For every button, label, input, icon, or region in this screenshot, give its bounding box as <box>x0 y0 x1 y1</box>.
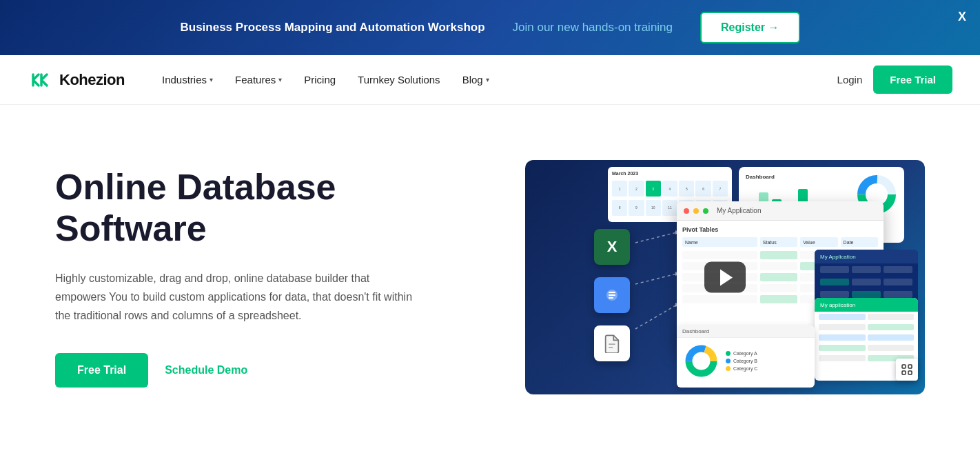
hero-left: Online Database Software Highly customiz… <box>55 167 455 387</box>
expand-icon[interactable] <box>896 359 918 381</box>
close-icon: X <box>958 10 966 23</box>
svg-line-7 <box>635 232 677 243</box>
nav-turnkey-label: Turnkey Solutions <box>358 74 440 86</box>
nav-pricing-label: Pricing <box>304 74 336 86</box>
arrow-dots-svg <box>632 222 680 339</box>
promo-banner: Business Process Mapping and Automation … <box>0 0 980 55</box>
svg-rect-19 <box>908 371 912 374</box>
nav-item-pricing[interactable]: Pricing <box>294 68 345 91</box>
hero-buttons: Free Trial Schedule Demo <box>55 353 455 388</box>
nav-features-label: Features <box>235 74 276 86</box>
svg-rect-16 <box>902 365 906 368</box>
nav-right: Login Free Trial <box>837 66 952 94</box>
schedule-demo-label: Schedule Demo <box>165 364 247 376</box>
svg-line-9 <box>635 305 677 329</box>
register-label: Register → <box>721 21 779 34</box>
hero-title: Online Database Software <box>55 167 455 250</box>
chevron-down-icon: ▾ <box>210 76 213 83</box>
register-button[interactable]: Register → <box>700 12 799 43</box>
logo-icon <box>28 68 52 92</box>
banner-title: Business Process Mapping and Automation … <box>180 20 484 35</box>
nav-item-blog[interactable]: Blog ▾ <box>453 68 499 91</box>
nav-free-trial-button[interactable]: Free Trial <box>873 66 952 94</box>
login-button[interactable]: Login <box>837 74 863 86</box>
svg-rect-0 <box>28 68 52 92</box>
nav-links: Industries ▾ Features ▾ Pricing Turnkey … <box>152 68 837 91</box>
banner-text: Business Process Mapping and Automation … <box>180 20 484 35</box>
hero-right: Dashboard <box>482 160 925 394</box>
video-background: Dashboard <box>525 160 925 394</box>
mock-donut-panel: Dashboard Category A Category B Category… <box>677 325 815 388</box>
play-button[interactable] <box>704 262 746 293</box>
hero-description: Highly customizable, drag and drop, onli… <box>55 269 414 325</box>
banner-subtitle: Join our new hands-on training <box>513 21 673 34</box>
hero-section: Online Database Software Highly customiz… <box>0 105 980 450</box>
mock-doc-icon <box>594 277 630 313</box>
chevron-down-icon: ▾ <box>486 76 489 83</box>
nav-item-industries[interactable]: Industries ▾ <box>152 68 223 91</box>
video-thumbnail[interactable]: Dashboard <box>525 160 925 394</box>
hero-free-trial-label: Free Trial <box>77 364 126 376</box>
nav-item-features[interactable]: Features ▾ <box>225 68 292 91</box>
logo-text: Kohezion <box>59 71 125 89</box>
login-label: Login <box>837 74 863 86</box>
chevron-down-icon: ▾ <box>278 76 282 83</box>
hero-free-trial-button[interactable]: Free Trial <box>55 353 148 388</box>
nav-industries-label: Industries <box>162 74 207 86</box>
mock-excel-icon: X <box>594 229 630 265</box>
svg-rect-18 <box>902 371 906 374</box>
nav-blog-label: Blog <box>462 74 483 86</box>
logo-link[interactable]: Kohezion <box>28 68 125 92</box>
svg-rect-17 <box>908 365 912 368</box>
schedule-demo-link[interactable]: Schedule Demo <box>165 364 247 376</box>
svg-line-8 <box>635 274 677 284</box>
nav-free-trial-label: Free Trial <box>890 74 936 86</box>
navbar: Kohezion Industries ▾ Features ▾ Pricing… <box>0 55 980 105</box>
nav-item-turnkey[interactable]: Turnkey Solutions <box>348 68 450 91</box>
app-mockup: Dashboard <box>525 160 925 394</box>
mock-file-icon <box>594 325 630 361</box>
close-banner-button[interactable]: X <box>958 10 966 24</box>
